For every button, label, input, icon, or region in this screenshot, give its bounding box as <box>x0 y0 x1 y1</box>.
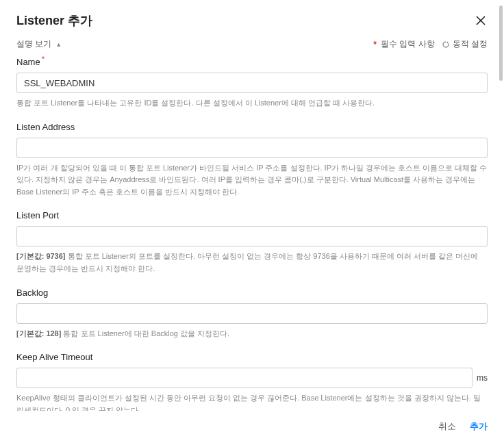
modal-subheader: 설명 보기 ▲ * 필수 입력 사항 동적 설정 <box>0 38 504 53</box>
description-toggle-label: 설명 보기 <box>16 38 51 50</box>
name-input[interactable] <box>16 73 488 93</box>
keep-alive-timeout-input[interactable] <box>16 368 473 388</box>
modal-body: Name * 통합 포트 Listener를 나타내는 고유한 ID를 설정한다… <box>0 53 504 411</box>
description-toggle[interactable]: 설명 보기 ▲ <box>16 38 62 50</box>
legend-required: * 필수 입력 사항 <box>373 38 434 50</box>
listen-port-input[interactable] <box>16 226 488 246</box>
legend-dynamic: 동적 설정 <box>442 38 488 50</box>
listen-address-input[interactable] <box>16 138 488 158</box>
modal-header: Listener 추가 <box>0 0 504 38</box>
field-label-keep-alive-timeout: Keep Alive Timeout <box>16 352 488 362</box>
submit-button[interactable]: 추가 <box>470 420 488 433</box>
helper-name: 통합 포트 Listener를 나타내는 고유한 ID를 설정한다. 다른 설정… <box>16 97 488 110</box>
field-label-name: Name * <box>16 57 488 67</box>
close-button[interactable] <box>474 14 488 27</box>
legend: * 필수 입력 사항 동적 설정 <box>373 38 488 50</box>
helper-keep-alive-timeout: KeepAlive 형태의 클라이언트가 설정된 시간 동안 아무런 요청이 없… <box>16 392 488 411</box>
field-keep-alive-timeout: Keep Alive Timeout ms KeepAlive 형태의 클라이언… <box>16 352 488 411</box>
modal-title: Listener 추가 <box>16 12 92 29</box>
close-icon <box>475 15 486 26</box>
helper-backlog: [기본값: 128] 통합 포트 Listener에 대한 Backlog 값을… <box>16 328 488 340</box>
field-listen-address: Listen Address IP가 여러 개 할당되어 있을 때 이 통합 포… <box>16 122 488 199</box>
helper-listen-port: [기본값: 9736] 통합 포트 Listener의 포트를 설정한다. 아무… <box>16 251 488 275</box>
field-label-backlog: Backlog <box>16 288 488 298</box>
refresh-icon <box>442 40 450 49</box>
field-name: Name * 통합 포트 Listener를 나타내는 고유한 ID를 설정한다… <box>16 57 488 110</box>
field-listen-port: Listen Port [기본값: 9736] 통합 포트 Listener의 … <box>16 210 488 275</box>
chevron-up-icon: ▲ <box>55 41 62 48</box>
backlog-input[interactable] <box>16 303 488 324</box>
unit-ms: ms <box>477 373 488 383</box>
scrollbar-thumb[interactable] <box>499 5 503 81</box>
field-label-listen-address: Listen Address <box>16 122 488 132</box>
field-backlog: Backlog [기본값: 128] 통합 포트 Listener에 대한 Ba… <box>16 288 488 340</box>
required-star-icon: * <box>373 40 377 49</box>
modal-footer: 취소 추가 <box>0 411 504 445</box>
listener-add-modal: Listener 추가 설명 보기 ▲ * 필수 입력 사항 동적 설정 <box>0 0 504 445</box>
required-mark-icon: * <box>42 55 45 63</box>
helper-listen-address: IP가 여러 개 할당되어 있을 때 이 통합 포트 Listener가 바인드… <box>16 162 488 199</box>
field-label-listen-port: Listen Port <box>16 210 488 220</box>
cancel-button[interactable]: 취소 <box>438 420 456 433</box>
